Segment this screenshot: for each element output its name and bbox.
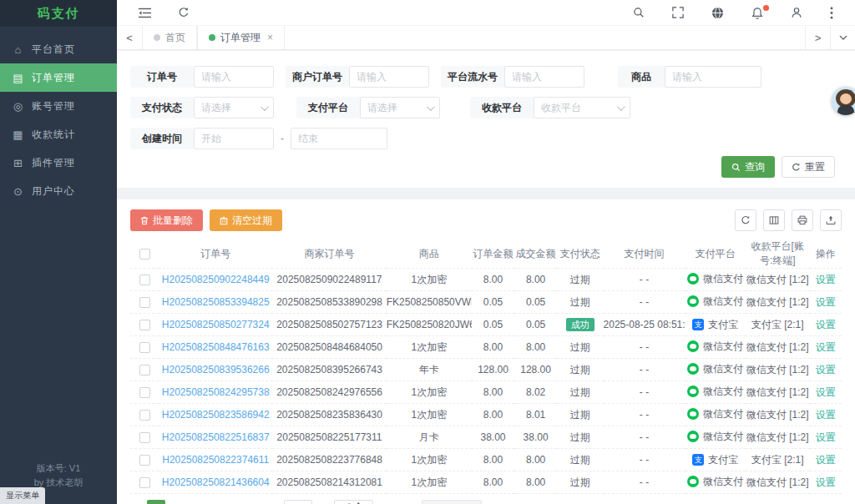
date-start-input[interactable] [194,128,274,149]
settings-link[interactable]: 设置 [816,476,836,488]
select-all-checkbox[interactable] [139,249,150,260]
receive-platform-cell: 微信支付 [1:2] [746,381,810,404]
date-end-input[interactable] [291,128,387,149]
sidebar-menu-item[interactable]: 用户中心 [0,177,117,205]
operation-cell: 设置 [810,291,842,314]
order-no-link[interactable]: H202508250824295738 [162,386,270,398]
product-input[interactable] [665,66,761,88]
receive-platform-select[interactable]: 收款平台 [534,97,630,118]
row-checkbox[interactable] [139,275,150,285]
row-checkbox[interactable] [139,320,150,330]
row-checkbox[interactable] [139,342,150,353]
settings-link[interactable]: 设置 [816,341,836,353]
print-icon[interactable] [792,209,813,231]
sidebar-menu-item[interactable]: 收款统计 [0,120,117,149]
row-checkbox[interactable] [139,387,150,398]
operation-cell: 设置 [810,404,842,426]
settings-link[interactable]: 设置 [816,431,836,443]
more-dots-icon[interactable] [830,7,833,19]
pay-platform-select[interactable]: 请选择 [360,97,440,118]
row-checkbox[interactable] [139,365,150,375]
show-menu-tag[interactable]: 显示菜单 [0,487,45,504]
clear-expired-button[interactable]: 清空过期 [210,209,282,231]
settings-link[interactable]: 设置 [816,386,836,398]
query-button[interactable]: 查询 [721,156,775,178]
settings-link[interactable]: 设置 [816,409,836,421]
settings-link[interactable]: 设置 [816,319,836,330]
status-badge: 过期 [570,476,590,488]
platform-serial-no-input[interactable] [504,66,584,88]
settings-link[interactable]: 设置 [816,364,836,375]
platform-label: 微信支付 [703,272,743,286]
tab[interactable]: 首页 × [142,26,197,49]
order-no-link[interactable]: H202508250823586942 [162,409,270,421]
tabs-scroll-right-icon[interactable]: > [805,26,830,49]
language-globe-icon[interactable] [711,7,724,19]
product-cell: FK2508250820JW60Z [387,314,472,336]
sidebar-item-icon [13,43,24,56]
export-icon[interactable] [820,209,842,231]
page-button[interactable]: 4 [217,500,235,504]
row-checkbox[interactable] [139,297,150,308]
row-checkbox[interactable] [139,410,150,421]
paid-cell: 38.00 [514,426,557,449]
sidebar-menu-item[interactable]: 插件管理 [0,149,117,177]
column-settings-icon[interactable] [763,209,785,231]
row-checkbox[interactable] [139,477,150,488]
fullscreen-icon[interactable] [672,7,684,18]
amount-cell: 128.00 [472,359,514,381]
order-no-link[interactable]: H202508250902248449 [162,274,270,285]
confirm-page-button[interactable]: 确定 [334,500,373,504]
row-checkbox[interactable] [139,432,150,443]
page-number-input[interactable] [284,500,312,504]
refresh-icon[interactable] [178,7,190,18]
page-button[interactable]: 3 [194,500,212,504]
order-no-cell: H202508250822516837 [159,426,272,449]
paid-cell: 8.00 [514,336,557,359]
pay-status-select[interactable]: 请选择 [194,97,274,118]
sidebar-menu-item[interactable]: 账号管理 [0,92,117,120]
merchant-no-cell: 2025082509022489117 [272,269,386,291]
platform-label: 微信支付 [703,430,743,444]
order-no-link[interactable]: H202508250853394825 [162,296,270,308]
order-no-link[interactable]: H202508250850277324 [162,319,270,330]
reset-button[interactable]: 重置 [782,156,835,178]
batch-delete-button[interactable]: 批量删除 [130,209,203,231]
tabs-scroll-left-icon[interactable]: < [117,26,142,49]
order-no-link[interactable]: H202508250848476163 [162,341,270,353]
page-size-select[interactable]: 10 条/页 [422,500,482,504]
fold-menu-icon[interactable] [139,7,151,18]
order-no-link[interactable]: H202508250822374611 [162,454,269,466]
order-no-link[interactable]: H202508250822516837 [162,431,270,443]
filter-label: 订单号 [130,66,194,88]
notification-bell-icon[interactable] [751,7,763,19]
order-no-link[interactable]: H202508250839536266 [162,364,270,375]
order-no-link[interactable]: H202508250821436604 [162,476,270,488]
sidebar-menu-item[interactable]: 平台首页 [0,35,117,63]
row-checkbox[interactable] [139,455,150,466]
platform-label: 微信支付 [703,407,743,421]
row-select-cell [130,269,159,291]
platform-cell: 微信支付 [686,336,746,359]
search-icon[interactable] [633,7,645,18]
user-icon[interactable] [791,7,802,18]
column-header: 操作 [810,239,842,269]
pay-time-cell: - - [604,471,686,494]
page-button[interactable]: 2 [170,500,189,504]
settings-link[interactable]: 设置 [816,296,836,308]
order-no-input[interactable] [194,66,274,88]
filter-pay-platform: 支付平台 请选择 [296,97,440,118]
status-badge: 过期 [570,454,590,466]
avatar[interactable] [832,87,855,115]
sidebar-menu-item[interactable]: 订单管理 [0,63,117,92]
settings-link[interactable]: 设置 [816,274,836,285]
merchant-order-no-input[interactable] [349,66,429,88]
tab[interactable]: 订单管理 × [197,26,285,49]
settings-link[interactable]: 设置 [816,454,836,466]
table-refresh-icon[interactable] [735,209,756,231]
row-select-cell [130,471,159,494]
page-button[interactable]: 1 [147,500,165,504]
reset-icon [792,163,801,172]
tab-close-icon[interactable]: × [267,32,273,43]
tabs-menu-chevron-icon[interactable] [830,26,855,49]
